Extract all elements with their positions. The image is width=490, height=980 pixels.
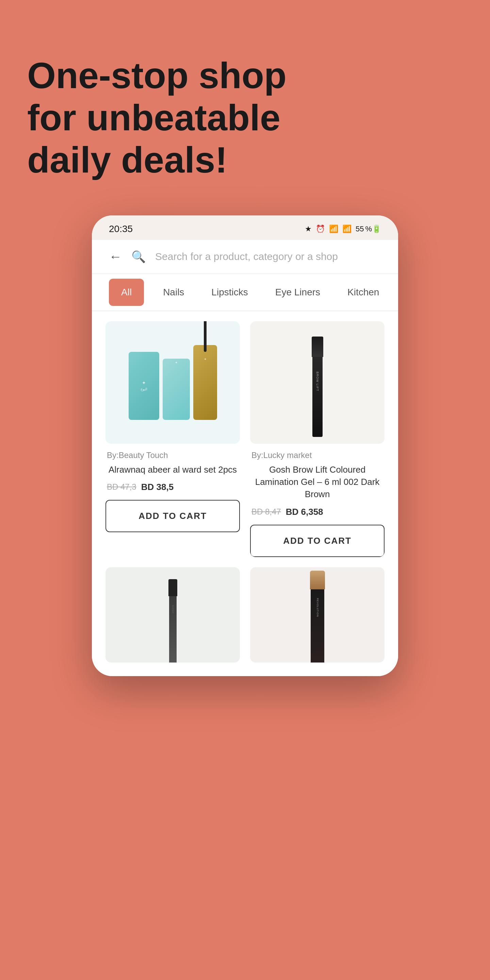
mascara-cap — [312, 337, 323, 357]
product-image-1: ✦ البوخ ✦ ✦ — [105, 321, 240, 444]
tab-all[interactable]: All — [109, 279, 144, 306]
search-input[interactable]: Search for a product, category or a shop — [155, 251, 381, 262]
product-pricing-2: BD 8,47 BD 6,358 — [250, 507, 385, 517]
thick-mascara-1: REVOLUTION — [311, 588, 324, 662]
add-to-cart-button-1[interactable]: ADD TO CART — [105, 500, 240, 532]
mascara-tube: BROW LIFT — [312, 355, 323, 437]
product-seller-2: By:Lucky market — [250, 450, 385, 460]
price-original-2: BD 8,47 — [251, 507, 281, 517]
thin-mascara-cap-1 — [169, 579, 177, 596]
signal-icon: 📶 — [329, 224, 338, 234]
thick-mascara-cap-1 — [310, 571, 325, 589]
search-icon: 🔍 — [131, 250, 146, 263]
product-card-1: ✦ البوخ ✦ ✦ By:Beauty Touch — [105, 321, 240, 557]
search-bar[interactable]: ← 🔍 Search for a product, category or a … — [92, 240, 398, 274]
phone-container: 20:35 ★ ⏰ 📶 📶 55 %🔋 ← 🔍 Search for a pro… — [0, 215, 490, 676]
perfume-box-cyan-1: ✦ البوخ — [129, 352, 159, 420]
status-bar: 20:35 ★ ⏰ 📶 📶 55 %🔋 — [92, 215, 398, 240]
back-button[interactable]: ← — [109, 250, 122, 264]
battery-level: 55 — [356, 224, 364, 234]
alarm-icon: ⏰ — [316, 224, 325, 234]
product-image-2: BROW LIFT — [250, 321, 385, 444]
add-to-cart-button-2[interactable]: ADD TO CART — [250, 525, 385, 557]
wifi-icon: 📶 — [342, 224, 352, 234]
tab-lipsticks[interactable]: Lipsticks — [198, 276, 261, 309]
tab-eye-liners[interactable]: Eye Liners — [262, 276, 334, 309]
hero-section: One-stop shop for unbeatable daily deals… — [0, 0, 490, 215]
product-name-1: Alrawnaq abeer al ward set 2pcs — [105, 463, 240, 476]
perfume-box-gold: ✦ — [193, 345, 217, 420]
partial-product-1: GOSH — [105, 567, 240, 662]
bluetooth-icon: ★ — [305, 224, 312, 234]
perfume-box-cyan-2: ✦ — [163, 359, 190, 420]
product-seller-1: By:Beauty Touch — [105, 450, 240, 460]
battery-indicator: 55 %🔋 — [356, 224, 381, 234]
price-sale-2: BD 6,358 — [286, 507, 323, 517]
status-time: 20:35 — [109, 224, 133, 234]
price-original-1: BD 47,3 — [107, 482, 137, 492]
partial-product-2: REVOLUTION — [250, 567, 385, 662]
hero-title: One-stop shop for unbeatable daily deals… — [27, 54, 334, 181]
thin-mascara-1: GOSH — [169, 595, 177, 662]
product-name-2: Gosh Brow Lift Coloured Lamination Gel –… — [250, 463, 385, 501]
perfume-stick — [204, 321, 207, 352]
bottom-products: GOSH REVOLUTION — [92, 567, 398, 676]
product-card-2: BROW LIFT By:Lucky market Gosh Brow Lift… — [250, 321, 385, 557]
tab-nails[interactable]: Nails — [150, 276, 198, 309]
products-grid: ✦ البوخ ✦ ✦ By:Beauty Touch — [92, 311, 398, 567]
status-icons: ★ ⏰ 📶 📶 55 %🔋 — [305, 224, 381, 234]
battery-symbol: %🔋 — [365, 224, 381, 234]
tab-kitchen[interactable]: Kitchen — [334, 276, 393, 309]
price-sale-1: BD 38,5 — [141, 482, 173, 492]
category-tabs: All Nails Lipsticks Eye Liners Kitchen — [92, 274, 398, 311]
product-pricing-1: BD 47,3 BD 38,5 — [105, 482, 240, 492]
phone-frame: 20:35 ★ ⏰ 📶 📶 55 %🔋 ← 🔍 Search for a pro… — [92, 215, 398, 676]
